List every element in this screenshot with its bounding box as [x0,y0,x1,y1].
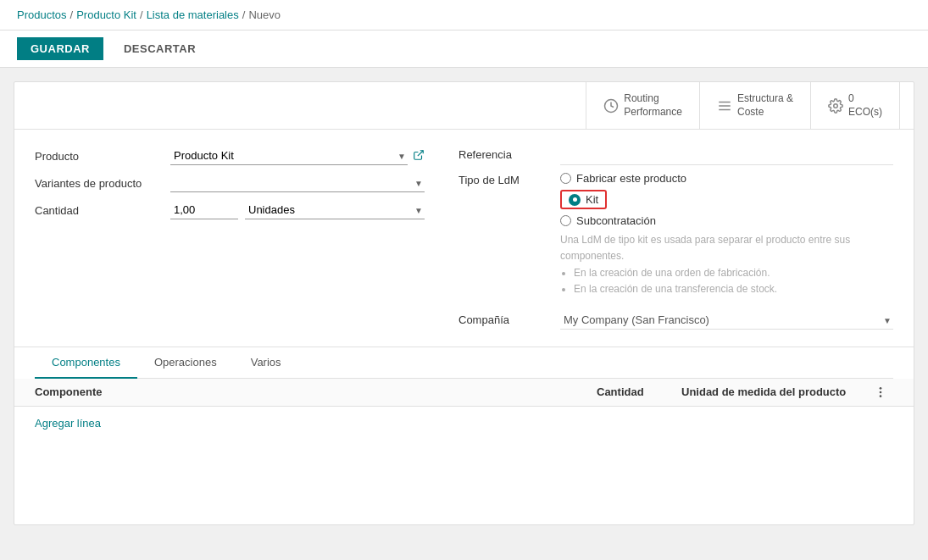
discard-button[interactable]: DESCARTAR [110,37,209,60]
routing-performance-button[interactable]: Routing Performance [586,82,700,129]
table-section: Componente Cantidad Unidad de medida del… [14,379,914,524]
svg-line-5 [418,150,423,155]
routing-performance-label: Routing Performance [624,92,682,119]
referencia-input[interactable] [560,147,893,165]
eco-button[interactable]: 0 ECO(s) [811,82,900,129]
subcontratacion-label: Subcontratación [576,214,656,227]
breadcrumb-sep2: / [140,8,143,21]
producto-select-wrap: ▼ [170,147,408,165]
estructura-coste-label: Estructura & Coste [737,92,793,119]
fabricar-radio[interactable] [560,173,571,184]
subcontratacion-radio[interactable] [560,215,571,226]
variantes-label: Variantes de producto [35,177,170,190]
tab-componentes[interactable]: Componentes [35,347,137,379]
cantidad-label: Cantidad [35,204,170,217]
table-header: Componente Cantidad Unidad de medida del… [14,379,914,407]
cantidad-input-wrap: Unidades ▼ [170,201,425,219]
tabs-section: Componentes Operaciones Varios [14,347,914,379]
breadcrumb-producto-kit[interactable]: Producto Kit [76,8,136,21]
tipo-ldm-content: Fabricar este producto Kit Subcontrataci… [560,172,893,297]
referencia-label: Referencia [458,147,560,161]
breadcrumb-lista-materiales[interactable]: Lista de materiales [147,8,239,21]
fabricar-label: Fabricar este producto [576,172,686,185]
gear-icon [828,98,843,114]
tipo-ldm-row: Tipo de LdM Fabricar este producto Kit S… [458,172,893,297]
svg-point-4 [834,103,838,108]
compania-select-wrap: My Company (San Francisco) ▼ [560,311,893,330]
add-line-link[interactable]: Agregar línea [35,413,101,433]
unit-select-wrap: Unidades ▼ [245,201,425,219]
form-right: Referencia Tipo de LdM Fabricar este pro… [458,147,893,330]
fabricar-option[interactable]: Fabricar este producto [560,172,893,185]
breadcrumb: Productos / Producto Kit / Lista de mate… [0,0,928,30]
hint-bullet2: En la creación de una transferencia de s… [574,281,893,297]
tabs-row: Componentes Operaciones Varios [35,347,893,379]
action-bar: GUARDAR DESCARTAR [0,30,928,68]
variantes-input[interactable] [170,174,425,192]
eco-label: 0 ECO(s) [848,92,882,119]
producto-label: Producto [35,150,170,163]
producto-external-link-icon[interactable] [413,149,425,164]
table-body: Agregar línea [14,407,914,524]
qty-unit-wrap: Unidades ▼ [170,201,425,219]
top-action-buttons: Routing Performance Estructura & Coste [14,82,914,130]
kit-radio-dot [569,194,581,206]
subcontratacion-option[interactable]: Subcontratación [560,214,893,227]
kit-hint: Una LdM de tipo kit es usada para separa… [560,232,893,297]
producto-input[interactable] [170,147,408,165]
producto-row: Producto ▼ [35,147,425,165]
kit-label: Kit [586,193,598,206]
form-section: Producto ▼ Variante [14,130,914,347]
referencia-content [560,147,893,165]
empty-table-area [35,433,893,518]
cantidad-row: Cantidad Unidades ▼ [35,201,425,219]
form-left: Producto ▼ Variante [35,147,425,330]
hint-line1: Una LdM de tipo kit es usada para separa… [560,234,850,262]
svg-point-7 [880,391,882,394]
tab-operaciones[interactable]: Operaciones [137,347,234,379]
hint-bullet1: En la creación de una orden de fabricaci… [574,265,893,281]
variantes-select-wrap: ▼ [170,174,425,192]
tab-varios[interactable]: Varios [234,347,298,379]
th-cantidad: Cantidad [597,385,681,399]
th-componente: Componente [35,385,597,399]
clock-icon [603,98,619,114]
breadcrumb-productos[interactable]: Productos [17,8,67,21]
tipo-ldm-label: Tipo de LdM [458,172,560,186]
menu-icon [717,98,732,114]
th-unidad: Unidad de medida del producto [681,385,868,399]
svg-point-8 [880,395,882,397]
variantes-input-wrap: ▼ [170,174,425,192]
compania-row: Compañía My Company (San Francisco) ▼ [458,311,893,330]
main-panel: Routing Performance Estructura & Coste [14,81,914,525]
save-button[interactable]: GUARDAR [17,37,103,60]
breadcrumb-nuevo: Nuevo [248,8,281,21]
th-menu [868,385,893,399]
svg-point-6 [880,387,882,390]
estructura-coste-button[interactable]: Estructura & Coste [700,82,811,129]
cantidad-input[interactable] [170,201,238,219]
producto-input-wrap: ▼ [170,147,425,165]
compania-label: Compañía [458,313,560,326]
compania-select[interactable]: My Company (San Francisco) [560,311,893,330]
referencia-row: Referencia [458,147,893,165]
breadcrumb-sep1: / [70,8,74,21]
unit-select[interactable]: Unidades [245,201,425,219]
kit-option-box[interactable]: Kit [560,190,607,209]
breadcrumb-sep3: / [242,8,246,21]
variantes-row: Variantes de producto ▼ [35,174,425,192]
